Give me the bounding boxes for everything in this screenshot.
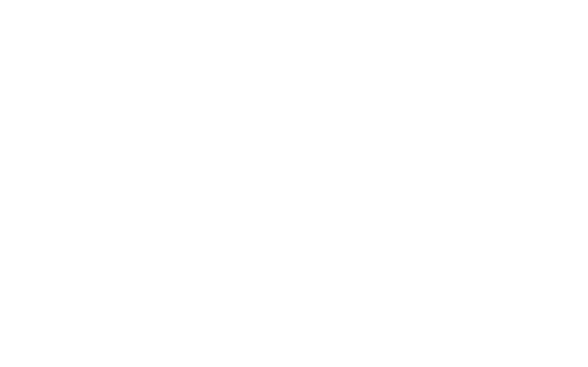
org-chart [0,0,588,367]
connector-lines [7,11,581,361]
chart-wrapper [7,11,581,361]
